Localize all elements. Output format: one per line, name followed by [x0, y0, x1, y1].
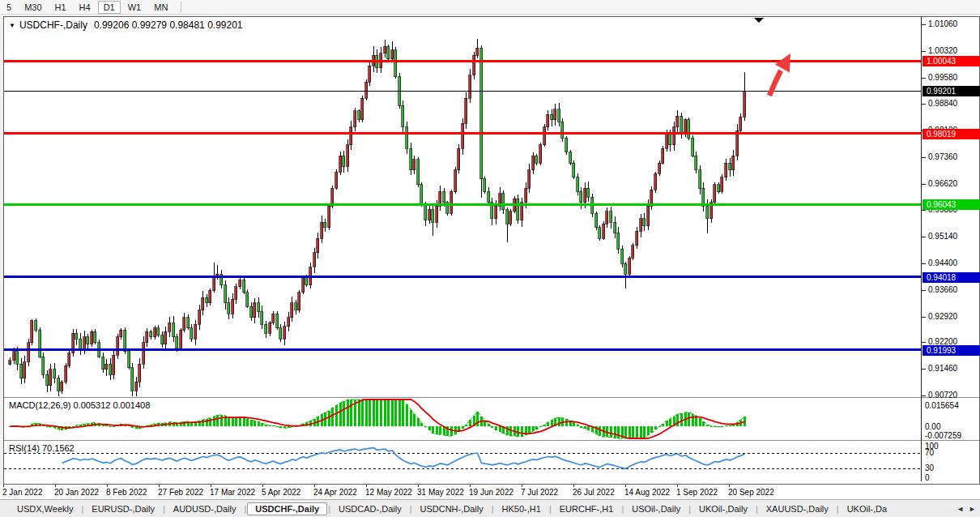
candle-body	[288, 318, 290, 327]
candle-body	[291, 303, 293, 318]
price-axis-tick	[922, 51, 926, 52]
candle-body	[662, 148, 664, 163]
chart-tab-xauusd-daily[interactable]: XAUUSD-,Daily	[759, 502, 836, 515]
ohlc-low: 0.98481	[169, 19, 204, 31]
candle-body	[658, 163, 661, 173]
candle-body	[744, 91, 746, 117]
candle-body	[120, 330, 122, 337]
candle-body	[131, 368, 134, 391]
candle-body	[68, 353, 70, 366]
date-axis-tick	[159, 485, 160, 487]
candle-body	[473, 55, 475, 75]
rsi-indicator-canvas[interactable]	[4, 442, 921, 481]
candle-body	[606, 212, 608, 224]
chart-tab-eurusd-daily[interactable]: EURUSD-,Daily	[84, 502, 162, 515]
mt4-terminal: 5M30H1H4D1W1MN ▼USDCHF-,Daily0.99206 0.9…	[0, 0, 980, 517]
chart-dropdown-icon[interactable]: ▼	[9, 22, 15, 29]
date-axis-tick	[573, 485, 574, 487]
price-chart-canvas[interactable]	[4, 17, 921, 396]
candle-body	[117, 337, 119, 355]
timeframe-button-h4[interactable]: H4	[74, 1, 96, 14]
chart-shift-marker-icon[interactable]	[754, 18, 764, 23]
candle-body	[83, 337, 86, 350]
timeframe-button-w1[interactable]: W1	[122, 1, 147, 14]
candle-body	[128, 352, 130, 368]
candle-body	[539, 145, 542, 163]
candle-body	[324, 222, 326, 228]
candle-body	[49, 370, 52, 386]
candle-body	[9, 361, 11, 364]
macd-histogram-bar	[250, 420, 252, 426]
candle-body	[718, 185, 720, 192]
macd-histogram-bar	[669, 419, 671, 427]
candle-body	[124, 330, 126, 352]
chart-tab-usdcnh-daily[interactable]: USDCNH-,Daily	[413, 502, 491, 515]
macd-histogram-bar	[406, 404, 407, 426]
chart-window[interactable]: ▼USDCHF-,Daily0.99206 0.99279 0.98481 0.…	[3, 16, 980, 485]
timeframe-button-h1[interactable]: H1	[49, 1, 72, 14]
candle-body	[502, 194, 505, 210]
chart-tab-usoil-daily[interactable]: USOil-,Daily	[624, 502, 688, 515]
candle-body	[343, 156, 345, 166]
macd-histogram-bar	[335, 405, 337, 426]
macd-axis-min-label: -0.007259	[925, 431, 961, 440]
chart-tab-eurchf-h1[interactable]: EURCHF-,H1	[552, 502, 621, 515]
candle-body	[46, 374, 49, 385]
candle-body	[391, 50, 394, 59]
candle-body	[714, 185, 716, 203]
candle-body	[321, 222, 323, 238]
macd-histogram-bar	[384, 400, 386, 426]
date-axis-label: 20 Jan 2022	[54, 488, 99, 497]
timeframe-button-5[interactable]: 5	[1, 1, 17, 14]
macd-histogram-bar	[394, 400, 396, 426]
candle-body	[654, 173, 657, 190]
macd-histogram-bar	[243, 417, 245, 426]
price-axis-line	[921, 17, 922, 481]
macd-histogram-bar	[499, 426, 501, 431]
date-axis-tick	[729, 485, 730, 487]
candle-body	[684, 120, 687, 135]
chart-tab-usdx-weekly[interactable]: USDX,Weekly	[10, 502, 80, 515]
macd-histogram-bar	[640, 426, 641, 438]
macd-histogram-bar	[202, 420, 203, 427]
timeframe-button-m30[interactable]: M30	[19, 1, 47, 14]
candle-body	[53, 370, 56, 378]
date-axis-label: 5 Apr 2022	[262, 488, 300, 497]
tab-scroll-left-icon[interactable]: ◄	[957, 505, 964, 513]
trend-arrow-head-icon[interactable]	[775, 53, 790, 73]
candle-body	[643, 219, 646, 226]
candle-body	[528, 170, 530, 188]
date-axis-label: 8 Feb 2022	[106, 488, 147, 497]
macd-histogram-bar	[439, 426, 441, 434]
candle-body	[232, 299, 234, 314]
macd-histogram-bar	[402, 400, 403, 426]
candle-body	[636, 231, 638, 246]
chart-tab-hk50-h1[interactable]: HK50-,H1	[495, 502, 548, 515]
timeframe-button-d1[interactable]: D1	[98, 1, 121, 14]
trend-arrow-annotation[interactable]	[769, 70, 781, 96]
candle-body	[402, 105, 404, 127]
macd-histogram-bar	[573, 422, 574, 426]
date-axis[interactable]: 2 Jan 202220 Jan 20228 Feb 202227 Feb 20…	[0, 485, 980, 500]
chart-tab-ukoil-da[interactable]: UKOil-,Da	[840, 502, 895, 515]
price-axis-tick-label: 0.90720	[928, 391, 957, 400]
macd-histogram-bar	[376, 400, 377, 426]
candle-body	[261, 312, 263, 325]
macd-histogram-bar	[235, 417, 236, 426]
macd-histogram-bar	[532, 426, 534, 431]
macd-axis-zero-label: 0.00	[925, 422, 940, 431]
timeframe-button-mn[interactable]: MN	[148, 1, 173, 14]
date-axis-label: 26 Jul 2022	[573, 488, 615, 497]
chart-tab-audusd-daily[interactable]: AUDUSD-,Daily	[166, 502, 244, 515]
tab-scroll-right-icon[interactable]: ►	[969, 505, 976, 513]
candle-body	[339, 156, 342, 172]
macd-histogram-bar	[358, 400, 360, 426]
candle-body	[305, 278, 308, 285]
candle-body	[194, 324, 197, 339]
chart-tab-ukoil-daily[interactable]: UKOil-,Daily	[692, 502, 755, 515]
chart-tab-usdchf-daily[interactable]: USDCHF-,Daily	[247, 502, 327, 515]
macd-histogram-bar	[436, 426, 437, 434]
price-axis-tick-label: 1.01060	[928, 19, 957, 28]
price-axis-tick	[922, 342, 926, 343]
chart-tab-usdcad-daily[interactable]: USDCAD-,Daily	[331, 502, 409, 515]
